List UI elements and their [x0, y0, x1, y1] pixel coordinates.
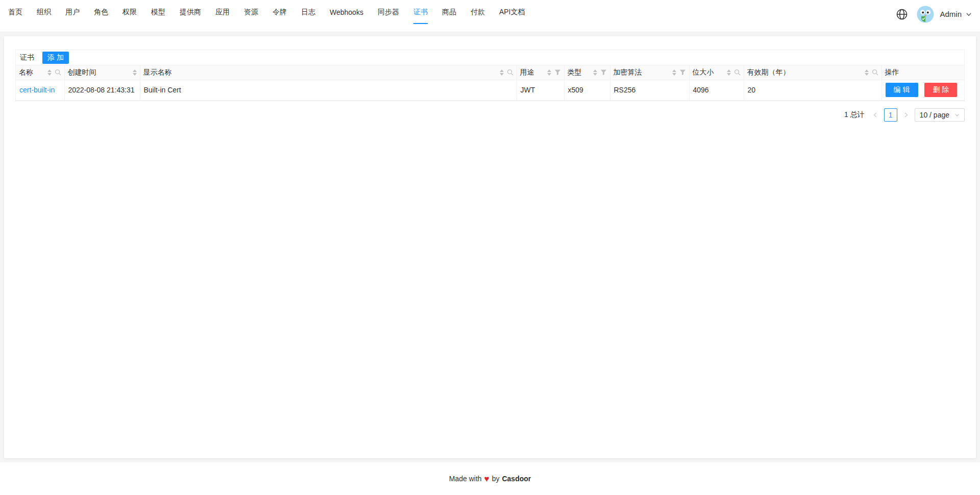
nav-item-products[interactable]: 商品 [435, 0, 463, 24]
casdoor-brand-link[interactable]: Casdoor [502, 475, 531, 483]
cell-created-time: 2022-08-08 21:43:31 [64, 80, 140, 100]
table-title-bar: 证书 添 加 [16, 50, 964, 65]
nav-item-applications[interactable]: 应用 [208, 0, 237, 24]
sorter-icon[interactable] [133, 69, 137, 76]
next-page-icon[interactable] [901, 109, 911, 121]
search-icon[interactable] [734, 69, 741, 76]
filter-icon[interactable] [679, 69, 686, 76]
col-header-created-time[interactable]: 创建时间 [64, 65, 140, 80]
sorter-icon[interactable] [547, 69, 551, 76]
sorter-icon[interactable] [672, 69, 676, 76]
page-content: 证书 添 加 名称 [0, 32, 980, 462]
chevron-down-icon [966, 11, 972, 17]
search-icon[interactable] [55, 69, 61, 76]
pagination-total: 1 总计 [844, 110, 865, 120]
nav-item-syncers[interactable]: 同步器 [371, 0, 406, 24]
col-header-display-name[interactable]: 显示名称 [140, 65, 517, 80]
cell-name: cert-built-in [16, 80, 64, 100]
nav-item-resources[interactable]: 资源 [237, 0, 265, 24]
footer-made-with: Made with [449, 475, 482, 483]
nav-item-webhooks[interactable]: Webhooks [323, 0, 371, 24]
page-number-1[interactable]: 1 [884, 108, 897, 122]
navbar-right: Admin [896, 0, 974, 28]
cell-action: 编 辑 删 除 [881, 80, 964, 100]
certs-table: 证书 添 加 名称 [15, 50, 965, 101]
filter-icon[interactable] [554, 69, 561, 76]
top-navbar: 首页 组织 用户 角色 权限 模型 提供商 应用 资源 令牌 日志 Webhoo… [0, 0, 980, 32]
nav-item-home[interactable]: 首页 [1, 0, 30, 24]
main-menu: 首页 组织 用户 角色 权限 模型 提供商 应用 资源 令牌 日志 Webhoo… [1, 0, 532, 24]
nav-item-providers[interactable]: 提供商 [173, 0, 208, 24]
cell-bit-size: 4096 [689, 80, 744, 100]
sorter-icon[interactable] [593, 69, 597, 76]
user-menu[interactable]: Admin [915, 4, 972, 25]
nav-item-payments[interactable]: 付款 [463, 0, 492, 24]
col-header-expire-years[interactable]: 有效期（年） [744, 65, 881, 80]
certs-data-table: 名称 创建时间 [16, 65, 964, 101]
table-title: 证书 [20, 53, 34, 62]
cell-type: x509 [564, 80, 610, 100]
nav-item-api-docs[interactable]: API文档 [492, 0, 532, 24]
prev-page-icon[interactable] [871, 109, 880, 121]
filter-icon[interactable] [600, 69, 607, 76]
col-header-crypto-algorithm[interactable]: 加密算法 [610, 65, 689, 80]
col-header-type[interactable]: 类型 [564, 65, 610, 80]
col-header-usage[interactable]: 用途 [517, 65, 564, 80]
delete-button[interactable]: 删 除 [924, 83, 957, 97]
footer-by: by [492, 475, 500, 483]
header-row: 名称 创建时间 [16, 65, 964, 80]
cell-expire-years: 20 [744, 80, 881, 100]
nav-item-certs[interactable]: 证书 [406, 0, 435, 24]
user-name: Admin [940, 10, 962, 18]
avatar[interactable] [915, 4, 936, 25]
sorter-icon[interactable] [500, 69, 504, 76]
page-size-select[interactable]: 10 / page [915, 108, 965, 122]
col-header-name[interactable]: 名称 [16, 65, 64, 80]
cell-usage: JWT [517, 80, 564, 100]
nav-item-logs[interactable]: 日志 [294, 0, 323, 24]
table-row: cert-built-in 2022-08-08 21:43:31 Built-… [16, 80, 964, 100]
cell-crypto-algorithm: RS256 [610, 80, 689, 100]
col-header-action: 操作 [881, 65, 964, 80]
sorter-icon[interactable] [865, 69, 869, 76]
nav-item-users[interactable]: 用户 [58, 0, 87, 24]
col-header-bit-size[interactable]: 位大小 [689, 65, 744, 80]
language-globe-icon[interactable] [896, 8, 908, 20]
sorter-icon[interactable] [47, 69, 52, 76]
add-cert-button[interactable]: 添 加 [42, 52, 69, 64]
cell-display-name: Built-in Cert [140, 80, 517, 100]
sorter-icon[interactable] [727, 69, 731, 76]
search-icon[interactable] [872, 69, 878, 76]
cert-name-link[interactable]: cert-built-in [19, 86, 55, 94]
chevron-down-icon [954, 112, 960, 117]
page-footer: Made with ♥ by Casdoor [0, 462, 980, 495]
nav-item-tokens[interactable]: 令牌 [265, 0, 294, 24]
nav-item-permissions[interactable]: 权限 [115, 0, 144, 24]
heart-icon: ♥ [484, 475, 489, 483]
pagination: 1 总计 1 10 / page [15, 108, 965, 122]
nav-item-organizations[interactable]: 组织 [30, 0, 58, 24]
search-icon[interactable] [507, 69, 513, 76]
certs-card: 证书 添 加 名称 [4, 36, 976, 458]
nav-item-roles[interactable]: 角色 [87, 0, 115, 24]
nav-item-models[interactable]: 模型 [144, 0, 173, 24]
edit-button[interactable]: 编 辑 [886, 83, 918, 97]
